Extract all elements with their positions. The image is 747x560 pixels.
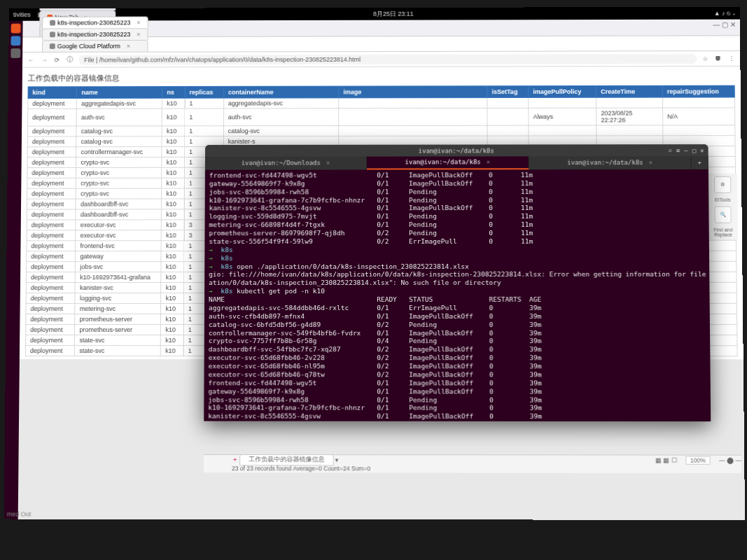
clock[interactable]: 8月25日 23:11 bbox=[373, 9, 414, 18]
tab-label: Prometheus Time Series bbox=[55, 7, 116, 8]
star-icon[interactable]: ☆ bbox=[701, 55, 709, 62]
column-header[interactable]: imagePullPolicy bbox=[529, 85, 596, 97]
window-controls[interactable]: — ▢ ✕ bbox=[713, 21, 736, 29]
table-cell: k10 bbox=[162, 188, 184, 199]
table-cell bbox=[663, 125, 735, 136]
back-icon[interactable]: ← bbox=[27, 56, 36, 63]
sheet-tab[interactable]: 工作负载中的容器镜像信息 bbox=[239, 454, 334, 465]
reload-icon[interactable]: ⟳ bbox=[53, 56, 62, 63]
table-cell: deployment bbox=[27, 230, 76, 241]
column-header[interactable]: image bbox=[339, 86, 487, 98]
table-cell: deployment bbox=[27, 199, 76, 209]
spreadsheet-sidebar: ⚙ ElTools 🔍 Find and Replace bbox=[708, 174, 738, 240]
sheet-menu-icon[interactable]: ▾ bbox=[335, 456, 339, 463]
table-cell: 1 bbox=[185, 126, 223, 136]
column-header[interactable]: replicas bbox=[185, 86, 223, 98]
dock-app-icon[interactable] bbox=[11, 48, 20, 58]
url-input[interactable]: File | /home/ivan/github.com/mfz/ivan/ch… bbox=[78, 54, 697, 64]
table-cell: state-svc bbox=[75, 335, 161, 346]
add-sheet-icon[interactable]: ＋ bbox=[232, 455, 238, 463]
new-terminal-tab[interactable]: + bbox=[692, 156, 708, 169]
close-tab-icon[interactable]: × bbox=[127, 43, 130, 50]
spreadsheet-info: 23 of 23 records found Average=0 Count=2… bbox=[204, 464, 741, 473]
column-header[interactable]: isSetTag bbox=[487, 86, 529, 98]
table-cell: 2023/08/25 22:27:26 bbox=[596, 108, 663, 125]
shield-icon[interactable]: ⛊ bbox=[713, 55, 722, 62]
table-cell: deployment bbox=[27, 241, 76, 251]
table-cell: deployment bbox=[26, 283, 75, 293]
spreadsheet-status: ＋ 工作负载中的容器镜像信息 ▾ ▦ ▦ ☐ 100% — ⬤ — 23 of … bbox=[204, 454, 741, 473]
table-cell: k10 bbox=[161, 283, 184, 293]
table-cell: auth-svc bbox=[223, 108, 339, 126]
dock-files-icon[interactable] bbox=[11, 36, 20, 46]
table-cell: catalog-svc bbox=[76, 136, 162, 147]
table-cell bbox=[487, 125, 529, 136]
activities-label[interactable]: tivities bbox=[13, 11, 31, 18]
table-cell: k10 bbox=[162, 230, 185, 241]
table-cell bbox=[339, 98, 487, 108]
forward-icon[interactable]: → bbox=[40, 56, 49, 63]
table-cell: deployment bbox=[27, 147, 76, 158]
close-tab-icon[interactable]: × bbox=[649, 160, 653, 167]
terminal-tab[interactable]: ivan@ivan:~/data/k8s× bbox=[529, 156, 692, 169]
table-cell: k10 bbox=[162, 167, 184, 178]
terminal-tab[interactable]: ivan@ivan:~/data/k8s× bbox=[367, 156, 529, 169]
table-row[interactable]: deploymentaggregatedapis-svck101aggregat… bbox=[28, 97, 735, 108]
terminal-titlebar[interactable]: ivan@ivan:~/data/k8s ⌕ ≡ — ▢ ✕ bbox=[205, 144, 708, 157]
sys-tray[interactable]: ▲ ♪ ⎋ ▾ bbox=[714, 10, 736, 17]
table-cell: prometheus-server bbox=[75, 325, 161, 335]
table-cell: deployment bbox=[26, 325, 75, 335]
table-cell: logging-svc bbox=[75, 293, 161, 304]
table-cell: 1 bbox=[185, 108, 223, 126]
table-cell: deployment bbox=[26, 314, 75, 325]
table-cell: k10 bbox=[161, 272, 184, 283]
close-icon[interactable]: ✕ bbox=[700, 147, 704, 154]
table-cell: k10 bbox=[162, 209, 184, 220]
column-header[interactable]: name bbox=[77, 87, 162, 99]
terminal-body[interactable]: frontend-svc-fd447498-wgv5t 0/1 ImagePul… bbox=[204, 169, 711, 421]
search-icon[interactable]: ⌕ bbox=[668, 147, 672, 154]
column-header[interactable]: CreateTime bbox=[596, 85, 663, 97]
close-tab-icon[interactable]: × bbox=[487, 159, 490, 166]
table-cell: crypto-svc bbox=[76, 178, 162, 188]
zoom-label[interactable]: 100% bbox=[685, 456, 711, 464]
table-cell: deployment bbox=[26, 304, 75, 314]
table-cell: aggregatedapis-svc bbox=[223, 98, 339, 108]
page-tab[interactable]: k8s-inspection-230825223× bbox=[42, 16, 148, 28]
table-cell: catalog-svc bbox=[76, 126, 162, 136]
close-tab-icon[interactable]: × bbox=[137, 31, 140, 38]
terminal-tab[interactable]: ivan@ivan:~/Downloads× bbox=[205, 157, 367, 170]
column-header[interactable]: repairSuggestion bbox=[662, 85, 734, 97]
dock-firefox-icon[interactable] bbox=[11, 24, 21, 34]
table-cell: dashboardbff-svc bbox=[76, 199, 162, 209]
maximize-icon[interactable]: ▢ bbox=[692, 147, 697, 154]
column-header[interactable]: ns bbox=[162, 86, 185, 98]
menu-icon[interactable]: ≡ bbox=[676, 147, 680, 154]
terminal-tab-label: ivan@ivan:~/Downloads bbox=[242, 160, 321, 167]
column-header[interactable]: containerName bbox=[223, 86, 339, 98]
table-cell: catalog-svc bbox=[223, 126, 339, 136]
table-cell: deployment bbox=[27, 178, 76, 188]
zoom-slider[interactable]: — ⬤ — bbox=[719, 456, 741, 463]
screen: tivities ▣ Terminal 8月25日 23:11 ▲ ♪ ⎋ ▾ … bbox=[4, 7, 745, 520]
close-tab-icon[interactable]: × bbox=[326, 160, 330, 167]
grid-view-icon[interactable]: ▦ ▦ ☐ bbox=[655, 456, 677, 463]
table-cell: k10 bbox=[161, 304, 184, 314]
find-replace-button[interactable]: 🔍 bbox=[714, 206, 731, 223]
table-cell: deployment bbox=[28, 108, 77, 126]
menu-icon[interactable]: ⋮ bbox=[727, 55, 736, 62]
terminal-tab-label: ivan@ivan:~/data/k8s bbox=[405, 159, 480, 166]
table-cell bbox=[529, 125, 596, 136]
column-header[interactable]: kind bbox=[28, 87, 77, 99]
table-cell bbox=[596, 125, 663, 136]
table-cell: deployment bbox=[27, 126, 76, 136]
eltools-label: ElTools bbox=[715, 197, 731, 202]
page-tab[interactable]: Google Cloud Platform× bbox=[42, 40, 148, 52]
table-cell: crypto-svc bbox=[76, 157, 162, 167]
eltools-button[interactable]: ⚙ bbox=[714, 176, 731, 193]
table-row[interactable]: deploymentcatalog-svck101catalog-svc bbox=[27, 125, 735, 136]
minimize-icon[interactable]: — bbox=[684, 147, 688, 154]
close-tab-icon[interactable]: × bbox=[137, 19, 140, 26]
page-tab[interactable]: k8s-inspection-230825223× bbox=[42, 28, 148, 40]
table-row[interactable]: deploymentauth-svck101auth-svcAlways2023… bbox=[28, 108, 735, 126]
